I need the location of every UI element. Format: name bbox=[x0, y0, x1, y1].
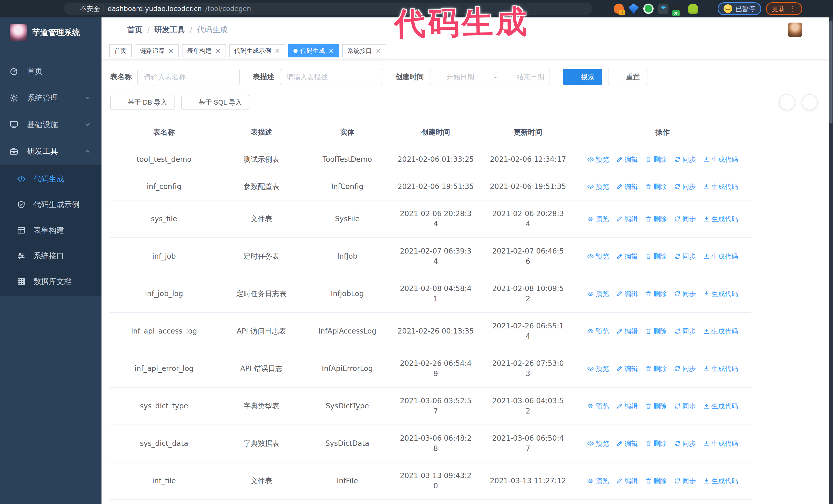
scrollbar-thumb[interactable] bbox=[829, 21, 832, 124]
extension-icon-dark[interactable]: on bbox=[673, 4, 683, 14]
sync-link[interactable]: 同步 bbox=[674, 251, 696, 262]
extension-icon-robot[interactable] bbox=[688, 4, 698, 14]
browser-home-button[interactable] bbox=[49, 3, 61, 14]
preview-link[interactable]: 预览 bbox=[587, 289, 609, 299]
date-range-picker[interactable]: 开始日期 - 结束日期 bbox=[430, 69, 550, 85]
font-size-icon[interactable] bbox=[768, 25, 778, 35]
edit-link[interactable]: 编辑 bbox=[616, 438, 638, 449]
sync-link[interactable]: 同步 bbox=[674, 289, 696, 299]
edit-link[interactable]: 编辑 bbox=[616, 401, 638, 411]
security-warning[interactable]: 不安全 bbox=[71, 4, 100, 13]
preview-link[interactable]: 预览 bbox=[587, 251, 609, 262]
generate-code-link[interactable]: 生成代码 bbox=[703, 326, 738, 336]
delete-link[interactable]: 删除 bbox=[645, 438, 667, 449]
close-icon[interactable]: × bbox=[168, 47, 174, 55]
paused-badge[interactable]: 已暂停 bbox=[718, 2, 761, 15]
github-icon[interactable] bbox=[708, 25, 718, 35]
browser-forward-button[interactable] bbox=[20, 3, 31, 14]
refresh-table-button[interactable] bbox=[802, 94, 818, 110]
edit-link[interactable]: 编辑 bbox=[616, 289, 638, 299]
chevron-down-icon[interactable] bbox=[812, 26, 819, 33]
extension-icon-check[interactable] bbox=[643, 4, 653, 14]
edit-link[interactable]: 编辑 bbox=[616, 182, 638, 192]
generate-code-link[interactable]: 生成代码 bbox=[703, 251, 738, 262]
fullscreen-icon[interactable] bbox=[748, 25, 758, 35]
browser-back-button[interactable] bbox=[5, 3, 16, 14]
sidebar-subitem-代码生成[interactable]: 代码生成 bbox=[0, 166, 101, 192]
delete-link[interactable]: 删除 bbox=[645, 363, 667, 374]
kebab-menu-icon[interactable]: ⋮ bbox=[789, 6, 796, 11]
generate-code-link[interactable]: 生成代码 bbox=[703, 289, 738, 299]
generate-code-link[interactable]: 生成代码 bbox=[703, 182, 738, 192]
generate-code-link[interactable]: 生成代码 bbox=[703, 438, 738, 449]
sync-link[interactable]: 同步 bbox=[674, 363, 696, 374]
generate-code-link[interactable]: 生成代码 bbox=[703, 154, 738, 165]
preview-link[interactable]: 预览 bbox=[587, 182, 609, 192]
generate-code-link[interactable]: 生成代码 bbox=[703, 476, 738, 486]
edit-link[interactable]: 编辑 bbox=[616, 154, 638, 165]
edit-link[interactable]: 编辑 bbox=[616, 363, 638, 374]
sync-link[interactable]: 同步 bbox=[674, 438, 696, 449]
search-icon[interactable] bbox=[688, 25, 698, 35]
edit-link[interactable]: 编辑 bbox=[616, 214, 638, 224]
avatar[interactable] bbox=[788, 23, 802, 37]
browser-reload-button[interactable] bbox=[34, 3, 46, 14]
sidebar-item-系统管理[interactable]: 系统管理 bbox=[0, 85, 101, 111]
hamburger-icon[interactable] bbox=[109, 25, 119, 35]
delete-link[interactable]: 删除 bbox=[645, 326, 667, 336]
table-desc-input[interactable] bbox=[280, 69, 382, 85]
sync-link[interactable]: 同步 bbox=[674, 401, 696, 411]
sidebar-item-研发工具[interactable]: 研发工具 bbox=[0, 138, 101, 165]
delete-link[interactable]: 删除 bbox=[645, 154, 667, 165]
generate-code-link[interactable]: 生成代码 bbox=[703, 214, 738, 224]
reset-button[interactable]: 重置 bbox=[608, 69, 647, 85]
toggle-search-button[interactable] bbox=[779, 94, 795, 110]
tab-首页[interactable]: 首页 bbox=[109, 44, 132, 57]
extension-icon-grid[interactable] bbox=[658, 4, 668, 14]
tab-代码生成[interactable]: 代码生成× bbox=[288, 44, 339, 57]
delete-link[interactable]: 删除 bbox=[645, 476, 667, 486]
tab-表单构建[interactable]: 表单构建× bbox=[182, 44, 226, 57]
preview-link[interactable]: 预览 bbox=[587, 326, 609, 336]
delete-link[interactable]: 删除 bbox=[645, 214, 667, 224]
bookmark-star-icon[interactable] bbox=[599, 4, 609, 14]
generate-code-link[interactable]: 生成代码 bbox=[703, 401, 738, 411]
close-icon[interactable]: × bbox=[328, 47, 334, 55]
delete-link[interactable]: 删除 bbox=[645, 251, 667, 262]
preview-link[interactable]: 预览 bbox=[587, 438, 609, 449]
preview-link[interactable]: 预览 bbox=[587, 214, 609, 224]
sidebar-subitem-代码生成示例[interactable]: 代码生成示例 bbox=[0, 192, 101, 217]
preview-link[interactable]: 预览 bbox=[587, 154, 609, 165]
table-name-input[interactable] bbox=[137, 69, 240, 85]
window-scrollbar[interactable] bbox=[829, 18, 833, 504]
sidebar-subitem-系统接口[interactable]: 系统接口 bbox=[0, 243, 101, 269]
tab-代码生成示例[interactable]: 代码生成示例× bbox=[229, 44, 286, 57]
close-icon[interactable]: × bbox=[215, 47, 221, 55]
search-button[interactable]: 搜索 bbox=[563, 69, 602, 85]
edit-link[interactable]: 编辑 bbox=[616, 326, 638, 336]
sync-link[interactable]: 同步 bbox=[674, 182, 696, 192]
edit-link[interactable]: 编辑 bbox=[616, 251, 638, 262]
tab-链路追踪[interactable]: 链路追踪× bbox=[135, 44, 179, 57]
delete-link[interactable]: 删除 bbox=[645, 182, 667, 192]
preview-link[interactable]: 预览 bbox=[587, 401, 609, 411]
extension-icon-orange[interactable]: 1 bbox=[614, 4, 624, 14]
app-logo-row[interactable]: 芋道管理系统 bbox=[0, 18, 101, 48]
sidebar-item-首页[interactable]: 首页 bbox=[0, 58, 101, 85]
sidebar-subitem-表单构建[interactable]: 表单构建 bbox=[0, 217, 101, 243]
generate-code-link[interactable]: 生成代码 bbox=[703, 363, 738, 374]
preview-link[interactable]: 预览 bbox=[587, 476, 609, 486]
tab-系统接口[interactable]: 系统接口× bbox=[342, 44, 386, 57]
breadcrumb-tools[interactable]: 研发工具 bbox=[154, 25, 185, 35]
preview-link[interactable]: 预览 bbox=[587, 363, 609, 374]
delete-link[interactable]: 删除 bbox=[645, 289, 667, 299]
close-icon[interactable]: × bbox=[376, 47, 381, 55]
breadcrumb-home[interactable]: 首页 bbox=[127, 25, 143, 35]
sync-link[interactable]: 同步 bbox=[674, 326, 696, 336]
extension-icon-gem[interactable] bbox=[628, 4, 639, 14]
extensions-puzzle-icon[interactable] bbox=[703, 4, 713, 14]
sync-link[interactable]: 同步 bbox=[674, 214, 696, 224]
edit-link[interactable]: 编辑 bbox=[616, 476, 638, 486]
sidebar-subitem-数据库文档[interactable]: 数据库文档 bbox=[0, 269, 101, 294]
import-db-button[interactable]: 基于 DB 导入 bbox=[110, 95, 174, 110]
